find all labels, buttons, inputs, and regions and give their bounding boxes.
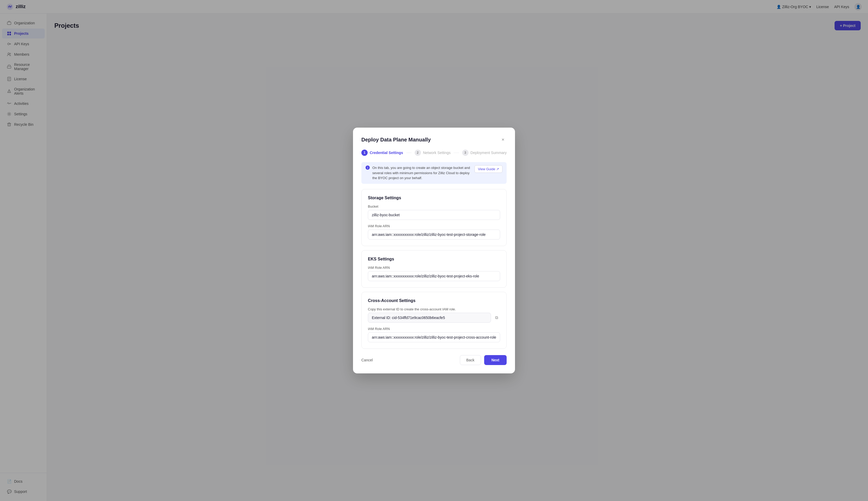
info-icon: i [365,166,370,170]
info-banner: i On this tab, you are going to create a… [361,162,507,184]
eks-iam-label: IAM Role ARN [368,266,500,269]
modal-overlay: Deploy Data Plane Manually × 1 Credentia… [0,0,868,501]
copy-external-id-button[interactable]: ⧉ [493,313,500,322]
steps-bar: 1 Credential Settings 2 Network Settings… [361,150,507,156]
close-button[interactable]: × [499,136,507,143]
step-1-label: Credential Settings [370,151,403,155]
eks-iam-field: IAM Role ARN [368,266,500,281]
cross-account-description-field: Copy this external ID to create the cros… [368,307,500,323]
view-guide-button[interactable]: View Guide ↗ [474,165,503,173]
eks-settings-title: EKS Settings [368,257,500,262]
next-button[interactable]: Next [484,355,507,365]
storage-settings-title: Storage Settings [368,195,500,200]
bucket-input[interactable] [368,210,500,220]
modal-header: Deploy Data Plane Manually × [361,136,507,143]
modal-title: Deploy Data Plane Manually [361,137,431,143]
step-divider-2 [454,153,459,153]
info-text: On this tab, you are going to create an … [372,165,472,181]
step-divider-1 [406,153,411,153]
back-button[interactable]: Back [460,355,481,365]
storage-iam-label: IAM Role ARN [368,224,500,228]
step-1: 1 Credential Settings [361,150,403,156]
footer-right: Back Next [460,355,507,365]
cross-account-description: Copy this external ID to create the cros… [368,307,500,311]
deploy-modal: Deploy Data Plane Manually × 1 Credentia… [353,128,515,373]
cross-account-iam-field: IAM Role ARN [368,327,500,342]
bucket-label: Bucket [368,204,500,209]
step-2: 2 Network Settings [415,150,451,156]
copy-icon: ⧉ [495,315,498,320]
cross-account-iam-input[interactable] [368,332,500,342]
external-id-row: ⧉ [368,313,500,323]
step-3-label: Deployment Summary [471,151,507,155]
eks-iam-input[interactable] [368,271,500,281]
step-1-number: 1 [364,151,365,154]
external-id-input[interactable] [368,313,491,323]
step-3-number: 3 [464,151,466,154]
cross-account-settings-section: Cross-Account Settings Copy this externa… [361,292,507,349]
step-2-circle: 2 [415,150,421,156]
step-2-label: Network Settings [423,151,451,155]
bucket-field: Bucket [368,204,500,220]
step-1-circle: 1 [361,150,367,156]
storage-iam-input[interactable] [368,230,500,239]
step-3: 3 Deployment Summary [462,150,507,156]
cancel-button[interactable]: Cancel [361,355,373,365]
modal-footer: Cancel Back Next [361,355,507,365]
step-2-number: 2 [417,151,419,154]
eks-settings-section: EKS Settings IAM Role ARN [361,250,507,288]
step-3-circle: 3 [462,150,469,156]
cross-account-iam-label: IAM Role ARN [368,327,500,331]
storage-settings-section: Storage Settings Bucket IAM Role ARN [361,189,507,246]
cross-account-title: Cross-Account Settings [368,298,500,303]
storage-iam-field: IAM Role ARN [368,224,500,239]
